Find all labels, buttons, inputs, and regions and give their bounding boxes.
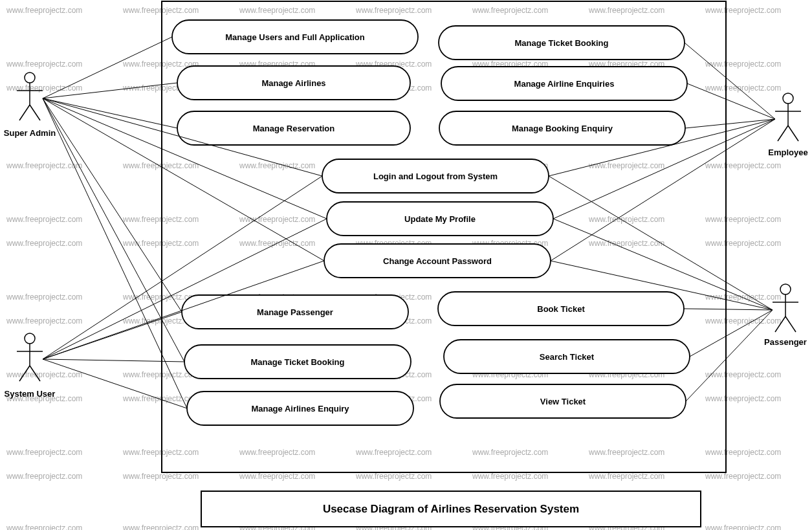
actor-label-super-admin: Super Admin: [4, 128, 56, 138]
usecase-label: Manage Users and Full Application: [225, 32, 365, 42]
svg-line-36: [43, 37, 172, 98]
svg-line-53: [685, 119, 775, 128]
svg-line-43: [43, 98, 184, 362]
svg-line-50: [43, 359, 187, 408]
actor-label-employee: Employee: [768, 148, 807, 157]
svg-point-11: [783, 93, 793, 104]
actor-label-passenger: Passenger: [764, 337, 807, 347]
svg-line-38: [43, 98, 177, 128]
usecase-label: Manage Airline Enquiries: [514, 79, 615, 89]
svg-line-20: [785, 316, 796, 332]
usecase-label: Update My Profile: [404, 214, 476, 224]
svg-point-16: [780, 284, 791, 294]
actor-label-system-user: System User: [5, 389, 56, 399]
svg-line-9: [19, 366, 30, 381]
svg-point-1: [25, 72, 35, 83]
usecase-label: View Ticket: [540, 397, 586, 406]
svg-line-60: [684, 309, 773, 310]
svg-line-57: [549, 176, 773, 310]
usecase-label: Manage Airlines Enquiry: [251, 404, 349, 414]
svg-line-62: [686, 310, 773, 401]
svg-line-5: [30, 105, 40, 120]
svg-line-19: [775, 316, 785, 332]
usecase-label: Search Ticket: [540, 352, 594, 362]
usecase-label: Book Ticket: [537, 304, 584, 314]
svg-line-49: [43, 359, 184, 362]
svg-point-6: [25, 333, 35, 344]
svg-line-52: [687, 83, 775, 119]
svg-line-61: [690, 310, 773, 357]
usecase-label: Manage Booking Enquiry: [512, 124, 613, 133]
usecase-label: Manage Ticket Booking: [515, 38, 609, 48]
diagram-title-box: Usecase Diagram of Airlines Reservation …: [201, 491, 701, 527]
usecase-label: Manage Airlines: [261, 78, 325, 88]
svg-line-37: [43, 83, 177, 98]
usecase-label: Manage Passenger: [257, 307, 333, 317]
svg-line-14: [778, 126, 788, 141]
svg-line-10: [30, 366, 40, 381]
usecase-label: Manage Reservation: [253, 124, 335, 133]
svg-line-15: [788, 126, 798, 141]
svg-line-4: [19, 105, 30, 120]
svg-line-45: [43, 176, 322, 359]
usecase-label: Login and Logout from System: [373, 171, 498, 181]
usecase-label: Manage Ticket Booking: [251, 357, 345, 367]
diagram-title: Usecase Diagram of Airlines Reservation …: [323, 503, 579, 516]
svg-line-42: [43, 98, 182, 312]
svg-line-46: [43, 219, 327, 359]
usecase-label: Change Account Password: [383, 256, 492, 266]
svg-line-44: [43, 98, 187, 408]
svg-line-51: [685, 43, 775, 119]
